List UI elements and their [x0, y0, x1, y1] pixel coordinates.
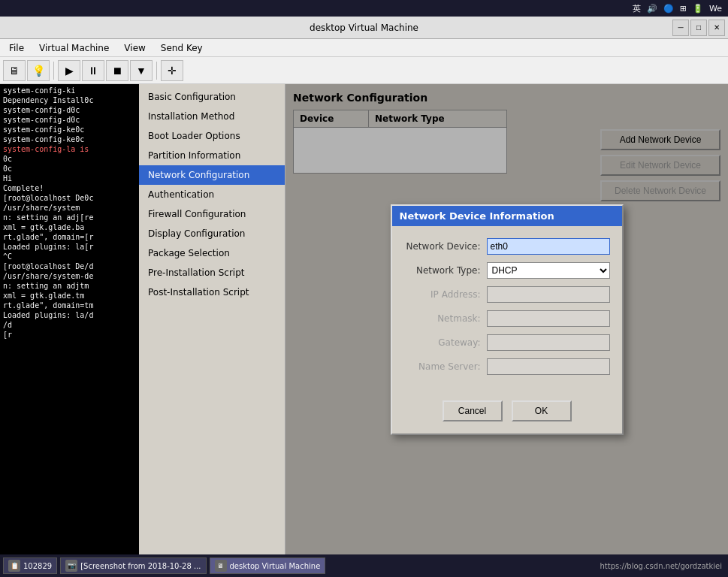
battery-icon: 🔋	[693, 4, 703, 14]
sidebar-item-auth[interactable]: Authentication	[139, 185, 285, 204]
netmask-label: Netmask:	[404, 313, 487, 324]
menu-virtual-machine[interactable]: Virtual Machine	[33, 41, 115, 55]
taskbar-item-terminal[interactable]: 📋 102829	[3, 557, 57, 574]
taskbar-item-screenshot[interactable]: 📷 [Screenshot from 2018-10-28 ...	[60, 557, 206, 574]
sidebar-item-installation[interactable]: Installation Method	[139, 107, 285, 126]
terminal-line: system-config-d0c	[3, 115, 136, 125]
lang-indicator: 英	[633, 3, 641, 14]
menu-file[interactable]: File	[3, 41, 30, 55]
terminal-line: /usr/share/system	[3, 203, 136, 213]
terminal-line: Loaded plugins: la[r	[3, 242, 136, 252]
minimize-button[interactable]: ─	[672, 20, 689, 36]
right-area: Basic Configuration Installation Method …	[139, 84, 728, 554]
network-type-label: Network Type:	[404, 265, 487, 276]
main-content: system-config-ki Dependency Install0c sy…	[0, 84, 728, 554]
terminal-line: xml = gtk.glade.tm	[3, 291, 136, 301]
sidebar-item-display[interactable]: Display Configuration	[139, 224, 285, 243]
system-bar: 英 🔊 🔵 ⊞ 🔋 We	[0, 0, 728, 17]
terminal-line: system-config-ki	[3, 86, 136, 95]
sidebar-item-firewall[interactable]: Firewall Configuration	[139, 204, 285, 224]
window-title: desktop Virtual Machine	[310, 23, 418, 33]
netmask-row: Netmask:	[404, 310, 610, 327]
toolbar-dropdown-btn[interactable]: ▼	[130, 60, 153, 81]
terminal-panel: system-config-ki Dependency Install0c sy…	[0, 84, 139, 554]
kickstart-layout: Basic Configuration Installation Method …	[139, 84, 728, 554]
network-type-select[interactable]: DHCP Static	[487, 262, 610, 279]
time-indicator: We	[709, 4, 722, 14]
toolbar-separator-1	[53, 62, 54, 80]
terminal-line: n: setting an adjtm	[3, 281, 136, 291]
network-type-row: Network Type: DHCP Static	[404, 262, 610, 279]
ip-address-input[interactable]	[487, 286, 610, 303]
terminal-line: ^C	[3, 252, 136, 261]
terminal-line: Hi	[3, 174, 136, 183]
network-device-row: Network Device:	[404, 238, 610, 255]
name-server-label: Name Server:	[404, 361, 487, 372]
terminal-line: 0c	[3, 164, 136, 174]
terminal-line: [r	[3, 330, 136, 340]
close-button[interactable]: ✕	[708, 20, 725, 36]
toolbar-move-btn[interactable]: ✛	[161, 60, 183, 81]
terminal-line: system-config-ke0c	[3, 125, 136, 134]
gateway-input[interactable]	[487, 334, 610, 351]
ok-button[interactable]: OK	[512, 400, 572, 421]
sidebar-item-packages[interactable]: Package Selection	[139, 243, 285, 263]
toolbar-separator-2	[156, 62, 157, 80]
toolbar: 🖥 💡 ▶ ⏸ ⏹ ▼ ✛	[0, 57, 728, 84]
toolbar-play-btn[interactable]: ▶	[58, 60, 80, 81]
ip-address-row: IP Address:	[404, 286, 610, 303]
terminal-line: [root@localhost De0c	[3, 193, 136, 203]
taskbar-label-terminal: 102829	[23, 562, 52, 570]
terminal-line: rt.glade", domain=tm	[3, 301, 136, 310]
taskbar-url: https://blog.csdn.net/gordzatkiei	[328, 562, 725, 570]
terminal-line: 0c	[3, 154, 136, 164]
terminal-line: Dependency Install0c	[3, 95, 136, 105]
sidebar-item-basic[interactable]: Basic Configuration	[139, 87, 285, 107]
modal-titlebar: Network Device Information	[392, 206, 622, 226]
cancel-button[interactable]: Cancel	[443, 400, 503, 421]
terminal-line: [root@localhost De/d	[3, 261, 136, 271]
taskbar-icon-terminal: 📋	[8, 560, 20, 572]
terminal-line: xml = gtk.glade.ba	[3, 222, 136, 232]
taskbar-label-screenshot: [Screenshot from 2018-10-28 ...	[80, 562, 201, 570]
terminal-line: /d	[3, 320, 136, 330]
sidebar: Basic Configuration Installation Method …	[139, 84, 285, 554]
terminal-line: system-config-ke0c	[3, 134, 136, 144]
toolbar-pause-btn[interactable]: ⏸	[82, 60, 104, 81]
terminal-line: Loaded plugins: la/d	[3, 310, 136, 320]
sidebar-item-network[interactable]: Network Configuration	[139, 165, 285, 185]
taskbar-label-vm: desktop Virtual Machine	[230, 562, 321, 570]
sidebar-item-bootloader[interactable]: Boot Loader Options	[139, 126, 285, 146]
taskbar-item-vm[interactable]: 🖥 desktop Virtual Machine	[210, 557, 326, 574]
menu-view[interactable]: View	[118, 41, 151, 55]
menu-bar: File Virtual Machine View Send Key	[0, 39, 728, 57]
terminal-line: system-config-la is	[3, 144, 136, 154]
toolbar-stop-btn[interactable]: ⏹	[106, 60, 128, 81]
maximize-button[interactable]: □	[690, 20, 707, 36]
window-controls: ─ □ ✕	[672, 20, 725, 36]
name-server-input[interactable]	[487, 358, 610, 375]
taskbar: 📋 102829 📷 [Screenshot from 2018-10-28 .…	[0, 554, 728, 577]
sidebar-item-post[interactable]: Post-Installation Script	[139, 282, 285, 302]
network-device-input[interactable]	[487, 238, 610, 255]
volume-icon: 🔊	[647, 4, 657, 14]
terminal-line: n: setting an adj[re	[3, 213, 136, 222]
modal-body: Network Device: Network Type: DHCP Stati…	[392, 226, 622, 394]
taskbar-icon-vm: 🖥	[215, 560, 227, 572]
toolbar-light-btn[interactable]: 💡	[27, 60, 50, 81]
sidebar-item-pre[interactable]: Pre-Installation Script	[139, 263, 285, 282]
menu-send-key[interactable]: Send Key	[155, 41, 209, 55]
modal-dialog: Network Device Information Network Devic…	[391, 204, 624, 435]
gateway-label: Gateway:	[404, 337, 487, 348]
config-panel: Network Configuration Device Network Typ…	[285, 84, 728, 554]
terminal-line: rt.glade", domain=[r	[3, 232, 136, 242]
bluetooth-icon: 🔵	[663, 4, 674, 14]
title-bar: desktop Virtual Machine ─ □ ✕	[0, 17, 728, 39]
toolbar-screen-btn[interactable]: 🖥	[3, 60, 26, 81]
ip-address-label: IP Address:	[404, 289, 487, 300]
sidebar-item-partition[interactable]: Partition Information	[139, 146, 285, 165]
netmask-input[interactable]	[487, 310, 610, 327]
taskbar-icon-screenshot: 📷	[65, 560, 77, 572]
kickstart-window: Basic Configuration Installation Method …	[139, 84, 728, 554]
gateway-row: Gateway:	[404, 334, 610, 351]
